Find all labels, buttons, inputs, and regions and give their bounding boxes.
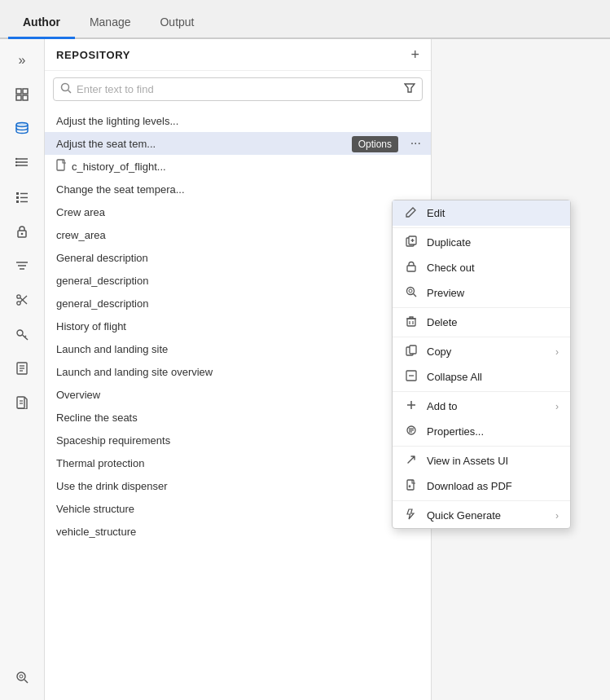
list-item[interactable]: Recline the seats xyxy=(45,406,431,429)
list-item[interactable]: History of flight xyxy=(45,315,431,337)
icon-sidebar: » xyxy=(0,39,45,700)
list2-icon[interactable] xyxy=(7,183,37,212)
repo-header: REPOSITORY + xyxy=(45,39,431,71)
list-item[interactable]: crew_area xyxy=(45,223,431,246)
item-text: Use the drink dispenser xyxy=(56,480,168,492)
key-icon[interactable] xyxy=(7,319,37,349)
filter-icon[interactable] xyxy=(404,82,415,96)
delete-menu-item[interactable]: Delete xyxy=(393,310,570,335)
copy-icon xyxy=(404,345,419,359)
tab-output[interactable]: Output xyxy=(145,7,208,39)
copy-menu-item[interactable]: Copy › xyxy=(393,339,570,364)
divider xyxy=(393,307,570,308)
svg-point-36 xyxy=(17,672,25,680)
list-item[interactable]: vehicle_structure xyxy=(45,520,431,543)
list-item-highlighted[interactable]: Adjust the seat tem... ··· Options xyxy=(45,132,431,155)
item-text: Overview xyxy=(56,389,100,401)
edit-icon xyxy=(404,206,419,220)
svg-point-48 xyxy=(407,288,415,295)
top-tab-bar: Author Manage Output xyxy=(0,0,610,39)
list-item[interactable]: Change the seat tempera... xyxy=(45,178,431,200)
download-pdf-menu-item[interactable]: Download as PDF xyxy=(393,473,570,499)
item-text: Launch and landing site xyxy=(56,343,168,355)
repo-title: REPOSITORY xyxy=(56,49,130,61)
properties-menu-item[interactable]: Properties... xyxy=(393,419,570,444)
list-icon[interactable] xyxy=(7,148,37,178)
download-pdf-label: Download as PDF xyxy=(427,480,559,492)
list-item[interactable]: Spaceship requirements xyxy=(45,429,431,451)
svg-point-23 xyxy=(17,295,20,298)
item-text: Change the seat tempera... xyxy=(56,183,185,196)
properties-label: Properties... xyxy=(427,425,559,438)
copy-arrow: › xyxy=(555,346,559,358)
svg-rect-3 xyxy=(23,95,28,100)
svg-rect-1 xyxy=(23,89,28,94)
list-item[interactable]: Use the drink dispenser xyxy=(45,474,431,497)
tab-author[interactable]: Author xyxy=(8,7,75,39)
svg-point-50 xyxy=(409,289,412,293)
tab-manage[interactable]: Manage xyxy=(75,7,146,39)
database-icon[interactable] xyxy=(7,114,37,143)
svg-rect-42 xyxy=(57,160,64,170)
article-icon[interactable] xyxy=(7,354,37,383)
filter-list-icon[interactable] xyxy=(7,251,37,280)
list-item[interactable]: general_description xyxy=(45,269,431,292)
svg-point-4 xyxy=(16,123,28,127)
item-text: Recline the seats xyxy=(56,412,138,424)
svg-point-9 xyxy=(15,161,17,163)
item-text: crew_area xyxy=(56,229,106,241)
add-to-label: Add to xyxy=(427,400,547,412)
svg-rect-47 xyxy=(407,266,415,271)
quick-generate-menu-item[interactable]: Quick Generate › xyxy=(393,503,570,528)
checkout-menu-item[interactable]: Check out xyxy=(393,255,570,280)
duplicate-menu-item[interactable]: Duplicate xyxy=(393,230,570,255)
list-item[interactable]: Launch and landing site overview xyxy=(45,360,431,383)
context-menu: Edit Duplicate xyxy=(392,200,571,529)
view-assets-label: View in Assets UI xyxy=(427,455,559,467)
copy-label: Copy xyxy=(427,346,547,358)
doc-icon[interactable] xyxy=(7,388,37,417)
delete-icon xyxy=(404,315,419,329)
preview-menu-item[interactable]: Preview xyxy=(393,280,570,306)
list-item[interactable]: Vehicle structure xyxy=(45,497,431,520)
chevrons-right-icon[interactable]: » xyxy=(7,46,37,75)
repo-add-button[interactable]: + xyxy=(410,47,419,62)
scissors-icon[interactable] xyxy=(7,285,37,315)
svg-line-40 xyxy=(68,90,72,94)
list-item[interactable]: Launch and landing site xyxy=(45,337,431,360)
svg-line-37 xyxy=(24,680,28,683)
svg-point-26 xyxy=(17,330,23,336)
divider xyxy=(393,227,570,228)
search-bar xyxy=(53,77,423,101)
svg-rect-2 xyxy=(16,95,21,100)
divider xyxy=(393,391,570,392)
list-item[interactable]: Overview xyxy=(45,383,431,406)
edit-menu-item[interactable]: Edit xyxy=(393,200,570,226)
duplicate-label: Duplicate xyxy=(427,236,559,249)
view-assets-icon xyxy=(404,454,419,468)
list-item[interactable]: Adjust the lighting levels... xyxy=(45,109,431,132)
list-item[interactable]: General description xyxy=(45,246,431,269)
options-tooltip: Options xyxy=(352,136,398,152)
svg-rect-33 xyxy=(17,397,24,408)
list-item[interactable]: general_description xyxy=(45,292,431,315)
list-item[interactable]: c_history_of_flight... xyxy=(45,155,431,178)
search-circle-icon[interactable] xyxy=(7,663,37,692)
list-item[interactable]: Thermal protection xyxy=(45,451,431,474)
view-assets-menu-item[interactable]: View in Assets UI xyxy=(393,448,570,473)
edit-label: Edit xyxy=(427,207,559,219)
add-to-menu-item[interactable]: Add to › xyxy=(393,394,570,419)
item-text: Adjust the lighting levels... xyxy=(56,115,178,127)
collapse-all-menu-item[interactable]: Collapse All xyxy=(393,364,570,390)
add-to-icon xyxy=(404,399,419,413)
duplicate-icon xyxy=(404,236,419,249)
checkout-label: Check out xyxy=(427,262,559,274)
checkout-icon xyxy=(404,261,419,275)
list-item[interactable]: Crew area xyxy=(45,200,431,223)
add-to-arrow: › xyxy=(555,401,559,412)
search-input[interactable] xyxy=(77,83,404,95)
lock-icon[interactable] xyxy=(7,217,37,246)
grid-icon[interactable] xyxy=(7,80,37,109)
more-options-button[interactable]: ··· xyxy=(409,136,423,151)
item-text: Thermal protection xyxy=(56,457,144,469)
